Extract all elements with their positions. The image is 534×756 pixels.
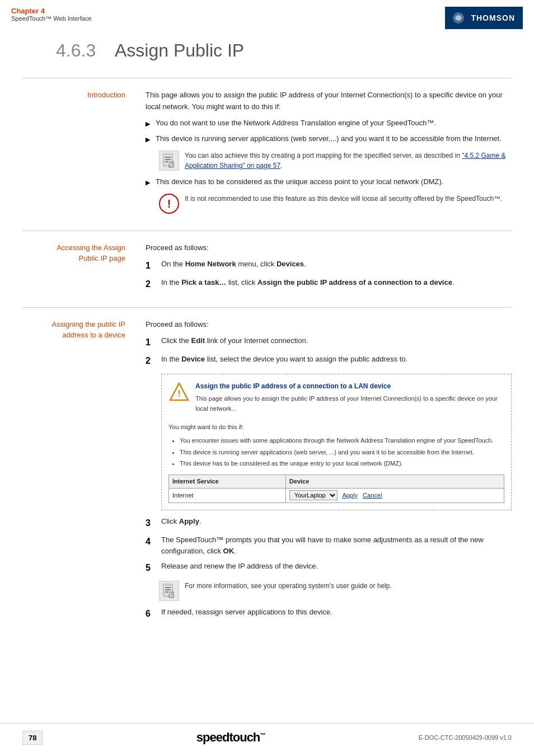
note-link[interactable]: "4.5.2 Game & Application Sharing" on pa… (185, 152, 506, 170)
page-footer: 78 speedtouch™ E-DOC-CTC-20050429-0099 v… (0, 723, 534, 745)
section-body-accessing: Proceed as follows: 1 On the Home Networ… (146, 242, 512, 296)
proceed-text: Proceed as follows: (146, 242, 512, 254)
warning-icon: ! (159, 194, 179, 214)
table-row: Internet YourLaptop Apply Cancel (169, 489, 504, 503)
bullet-text: This device is running server applicatio… (156, 133, 502, 145)
info-icon (159, 151, 179, 171)
bold-text: Pick a task… (181, 278, 226, 287)
page-title: 4.6.3 Assign Public IP (22, 40, 512, 61)
screenshot-box: ! Assign the public IP address of a conn… (161, 374, 512, 510)
cancel-link[interactable]: Cancel (363, 492, 382, 499)
step-text: Click the Edit link of your Internet con… (161, 335, 512, 346)
bold-text: Home Network (185, 260, 236, 268)
step-text: Click Apply. (161, 516, 512, 527)
step-5: 5 Release and renew the IP address of th… (146, 561, 512, 575)
note-box-warning: ! It is not recommended to use this feat… (159, 194, 512, 214)
screenshot-title: Assign the public IP address of a connec… (195, 381, 504, 392)
document-icon-2 (161, 583, 177, 599)
section-assigning: Assigning the public IPaddress to a devi… (22, 307, 512, 637)
section-accessing: Accessing the AssignPublic IP page Proce… (22, 231, 512, 307)
bold-text: Assign the public IP address of a connec… (257, 278, 452, 287)
footer-logo-bold: touch™ (229, 730, 265, 744)
steps-list-2: 1 Click the Edit link of your Internet c… (146, 335, 512, 368)
step-2a: 2 In the Device list, select the device … (146, 354, 512, 368)
screenshot-table: Internet Service Device Internet YourLap… (168, 475, 504, 503)
intro-bullet-list-2: ▶ This device has to be considered as th… (146, 176, 512, 188)
step-4: 4 The SpeedTouch™ prompts you that you w… (146, 534, 512, 556)
section-body-assigning: Proceed as follows: 1 Click the Edit lin… (146, 319, 512, 626)
list-item: ▶ You do not want to use the Network Add… (146, 118, 512, 129)
list-item: You encounter issues with some applicati… (180, 436, 504, 446)
step-number: 1 (146, 259, 156, 273)
step-text: In the Device list, select the device yo… (161, 354, 512, 365)
footer-logo-light: speed (196, 730, 229, 744)
step-2: 2 In the Pick a task… list, click Assign… (146, 277, 512, 292)
step-number: 2 (146, 354, 156, 368)
thomson-text: THOMSON (471, 13, 515, 22)
table-cell-service: Internet (169, 489, 286, 503)
chapter-title: Chapter 4 (11, 7, 92, 15)
bold-text: Apply (179, 517, 199, 525)
step-text: If needed, reassign server applications … (161, 607, 512, 618)
svg-rect-7 (163, 584, 172, 597)
steps-list-4: 6 If needed, reassign server application… (146, 607, 512, 621)
section-label-assigning: Assigning the public IPaddress to a devi… (22, 319, 134, 626)
warning-triangle-icon: ! (168, 381, 190, 402)
info-icon-2 (159, 581, 179, 601)
note-box-info: You can also achieve this by creating a … (159, 151, 512, 171)
screenshot-desc: This page allows you to assign the publi… (195, 394, 504, 414)
note-text-warning: It is not recommended to use this featur… (185, 194, 502, 204)
header-right: THOMSON (445, 7, 523, 29)
section-label-introduction: Introduction (22, 90, 134, 219)
section-body-introduction: This page allows you to assign the publi… (146, 90, 512, 219)
device-dropdown[interactable]: YourLaptop (289, 490, 338, 500)
list-item: This device has to be considered as the … (180, 459, 504, 469)
note-text-info-2: For more information, see your operating… (185, 581, 392, 591)
page-title-number: 4.6.3 (56, 40, 96, 60)
step-number: 5 (146, 561, 156, 575)
step-number: 4 (146, 534, 156, 549)
step-text: Release and renew the IP address of the … (161, 561, 512, 572)
footer-page-number: 78 (22, 731, 43, 745)
document-icon (161, 153, 177, 168)
list-item: This device is running server applicatio… (180, 448, 504, 458)
thomson-logo-icon (451, 10, 466, 26)
bold-text: Edit (191, 336, 205, 345)
footer-logo: speedtouch™ (196, 730, 265, 745)
bold-text: Devices (277, 260, 304, 268)
step-6: 6 If needed, reassign server application… (146, 607, 512, 621)
bullet-arrow-icon: ▶ (146, 119, 150, 129)
intro-bullet-list: ▶ You do not want to use the Network Add… (146, 118, 512, 145)
step-number: 2 (146, 277, 156, 292)
thomson-logo: THOMSON (445, 7, 523, 29)
proceed-text-2: Proceed as follows: (146, 319, 512, 331)
section-introduction: Introduction This page allows you to ass… (22, 78, 512, 231)
list-item: ▶ This device is running server applicat… (146, 133, 512, 145)
bold-text: OK (223, 547, 235, 555)
step-text: On the Home Network menu, click Devices. (161, 259, 512, 270)
bold-text: Device (181, 355, 205, 363)
footer-doc-ref: E-DOC-CTC-20050429-0099 v1.0 (419, 734, 512, 741)
step-text: In the Pick a task… list, click Assign t… (161, 277, 512, 288)
section-label-accessing: Accessing the AssignPublic IP page (22, 242, 134, 296)
svg-text:!: ! (177, 389, 180, 398)
table-cell-device: YourLaptop Apply Cancel (285, 489, 504, 503)
screenshot-bullets: You encounter issues with some applicati… (168, 436, 504, 469)
page-header: Chapter 4 SpeedTouch™ Web Interface THOM… (0, 0, 534, 29)
steps-list-3: 3 Click Apply. 4 The SpeedTouch™ prompts… (146, 516, 512, 575)
step-1a: 1 Click the Edit link of your Internet c… (146, 335, 512, 350)
step-text: The SpeedTouch™ prompts you that you wil… (161, 534, 512, 556)
header-left: Chapter 4 SpeedTouch™ Web Interface (11, 7, 92, 22)
screenshot-content: Assign the public IP address of a connec… (195, 381, 504, 418)
note-box-info-2: For more information, see your operating… (159, 581, 512, 601)
page-title-text: Assign Public IP (115, 40, 244, 60)
svg-rect-1 (163, 154, 172, 166)
step-number: 1 (146, 335, 156, 350)
note-text-info: You can also achieve this by creating a … (185, 151, 512, 171)
list-item: ▶ This device has to be considered as th… (146, 176, 512, 188)
steps-list: 1 On the Home Network menu, click Device… (146, 259, 512, 292)
main-content: 4.6.3 Assign Public IP Introduction This… (0, 29, 534, 659)
bullet-arrow-icon: ▶ (146, 135, 150, 145)
bullet-text: This device has to be considered as the … (156, 176, 443, 188)
apply-link[interactable]: Apply (342, 492, 358, 499)
